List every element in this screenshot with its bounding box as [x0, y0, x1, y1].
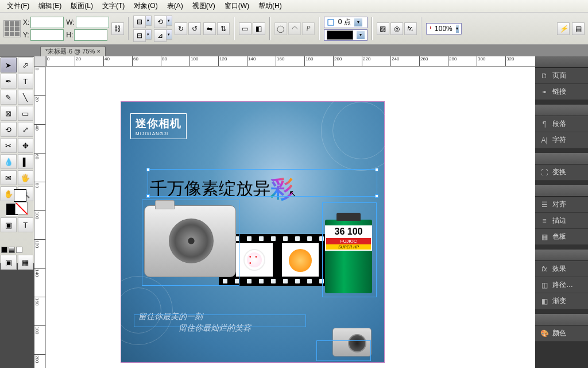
fx-icon[interactable]: fx. — [404, 22, 417, 35]
free-transform-tool[interactable]: ✥ — [18, 138, 34, 153]
gradient-icon: ◧ — [540, 297, 549, 305]
flip-v-icon[interactable]: ⇅ — [217, 22, 230, 35]
scale-y-dropdown[interactable]: ▾ — [146, 29, 152, 40]
transform-icon: ⛶ — [540, 168, 549, 177]
menu-text[interactable]: 文字(T) — [98, 0, 129, 12]
panel-links[interactable]: ⚭链接 — [535, 84, 588, 100]
direct-selection-tool[interactable]: ⬀ — [18, 57, 34, 72]
flip-h-icon[interactable]: ⇋ — [203, 22, 216, 35]
menu-layout[interactable]: 版面(L) — [66, 0, 98, 12]
menu-help[interactable]: 帮助(H) — [254, 0, 287, 12]
h-input[interactable] — [74, 29, 107, 41]
ad-artwork[interactable]: 迷你相机 MIJIXIANGJI 千万像素绽放异彩 36 100 FUJIOC … — [121, 101, 385, 363]
scissors-tool[interactable]: ✂ — [1, 138, 17, 153]
type-tool[interactable]: T — [18, 74, 34, 89]
control-bar: X: Y: W: H: ⛓ ⊟▾ ⊟▾ ⟲▾ ⊿▾ ↻ ↺ ⇋ ⇅ ▭ ◧ ◯ … — [0, 13, 588, 45]
panel-pathfinder[interactable]: ◫路径… — [535, 277, 588, 293]
note-tool[interactable]: ✉ — [1, 170, 17, 185]
scale-x-icon[interactable]: ⊟ — [133, 16, 146, 28]
document-tab-title: *未标题-6 @ 75% × — [45, 47, 100, 56]
pen-tool[interactable]: ✒ — [1, 74, 17, 89]
w-input[interactable] — [76, 17, 109, 28]
drop-shadow-icon[interactable]: ▨ — [377, 22, 389, 35]
quick-apply-icon[interactable]: ⚡ — [557, 22, 570, 35]
normal-view-icon[interactable]: ▣ — [1, 255, 17, 270]
pencil-tool[interactable]: ✎ — [1, 90, 17, 105]
panel-paragraph[interactable]: ¶段落 — [535, 116, 588, 132]
character-icon: A| — [540, 136, 549, 144]
panel-align[interactable]: ☰对齐 — [535, 197, 588, 213]
stroke-select[interactable]: 0 点▾ — [324, 17, 368, 28]
w-label: W: — [66, 18, 74, 26]
panel-color[interactable]: 🎨颜色 — [535, 325, 588, 342]
panel-swatches[interactable]: ▦色板 — [535, 229, 588, 245]
document-area: 0204060801001201401601802002202402602803… — [34, 56, 535, 368]
menu-file[interactable]: 文件(F) — [2, 0, 34, 12]
menu-edit[interactable]: 编辑(E) — [34, 0, 66, 12]
constrain-link-icon[interactable]: ⛓ — [111, 22, 124, 35]
x-input[interactable] — [30, 17, 64, 28]
panel-pages[interactable]: 🗋页面 — [535, 68, 588, 84]
rotate-cw-icon[interactable]: ↻ — [175, 22, 187, 35]
vertical-ruler[interactable]: 020406080100120140160180200 — [34, 67, 46, 368]
x-label: X: — [23, 18, 29, 26]
rotate-ccw-icon[interactable]: ↺ — [188, 22, 201, 35]
document-tab-bar: *未标题-6 @ 75% × — [0, 45, 588, 56]
panel-transform[interactable]: ⛶变换 — [535, 164, 588, 181]
format-text-icon[interactable]: T — [18, 217, 34, 232]
gradient-tool[interactable]: ▌ — [18, 154, 34, 169]
y-input[interactable] — [30, 29, 64, 41]
panel-effects[interactable]: fx效果 — [535, 261, 588, 277]
brand-en-text: MIJIXIANGJI — [136, 131, 181, 136]
fill-select[interactable]: ▾ — [324, 29, 368, 41]
links-icon: ⚭ — [540, 88, 549, 96]
path-icon: ◫ — [540, 281, 549, 289]
preview-view-icon[interactable]: ▦ — [18, 255, 34, 270]
reference-point-grid[interactable] — [3, 20, 21, 37]
ruler-origin[interactable] — [34, 56, 46, 67]
zoom-select[interactable]: 100%▾ — [426, 23, 462, 34]
rotate-dropdown[interactable]: ▾ — [167, 16, 172, 26]
menu-window[interactable]: 窗口(W) — [220, 0, 254, 12]
rectangle-frame-tool[interactable]: ⊠ — [1, 106, 17, 121]
svg-rect-1 — [430, 26, 431, 29]
measure-tool[interactable]: 🖐 — [18, 170, 34, 185]
apply-color-swatch[interactable] — [1, 247, 7, 253]
effects-icon: fx — [540, 265, 549, 273]
scale-tool[interactable]: ⤢ — [18, 122, 34, 137]
menu-view[interactable]: 视图(V) — [188, 0, 220, 12]
wrap-icon-2[interactable]: ◠ — [288, 22, 301, 35]
panel-gradient[interactable]: ◧渐变 — [535, 293, 588, 309]
apply-gradient-swatch[interactable] — [9, 247, 15, 253]
menu-object[interactable]: 对象(O) — [129, 0, 162, 12]
shear-icon[interactable]: ⊿ — [154, 29, 167, 42]
wrap-icon-3[interactable]: P — [302, 22, 315, 35]
panel-menu-icon[interactable]: ▤ — [572, 22, 585, 35]
document-tab[interactable]: *未标题-6 @ 75% × — [40, 46, 106, 56]
rotate-tool[interactable]: ⟲ — [1, 122, 17, 137]
content-select-icon[interactable]: ◧ — [253, 22, 265, 35]
selection-tool[interactable]: ➤ — [1, 57, 17, 72]
scale-y-icon[interactable]: ⊟ — [133, 29, 146, 42]
shear-dropdown[interactable]: ▾ — [167, 29, 172, 40]
paragraph-icon: ¶ — [540, 120, 549, 128]
menu-bar: 文件(F) 编辑(E) 版面(L) 文字(T) 对象(O) 表(A) 视图(V)… — [0, 0, 588, 13]
panel-stroke[interactable]: ≡描边 — [535, 213, 588, 229]
wrap-icon-1[interactable]: ◯ — [274, 22, 287, 35]
horizontal-ruler[interactable]: 0204060801001201401601802002202402602803… — [46, 56, 535, 67]
canvas[interactable]: 迷你相机 MIJIXIANGJI 千万像素绽放异彩 36 100 FUJIOC … — [46, 67, 535, 368]
panel-character[interactable]: A|字符 — [535, 132, 588, 148]
menu-table[interactable]: 表(A) — [163, 0, 188, 12]
eyedropper-tool[interactable]: 💧 — [1, 154, 17, 169]
scale-x-dropdown[interactable]: ▾ — [146, 16, 152, 26]
format-container-icon[interactable]: ▣ — [1, 217, 17, 232]
rotate-icon[interactable]: ⟲ — [154, 16, 167, 28]
rectangle-tool[interactable]: ▭ — [18, 106, 34, 121]
apply-none-swatch[interactable] — [16, 247, 22, 253]
line-tool[interactable]: ╲ — [18, 90, 34, 105]
container-select-icon[interactable]: ▭ — [239, 22, 252, 35]
feather-icon[interactable]: ◎ — [390, 22, 403, 35]
pages-icon: 🗋 — [540, 72, 549, 80]
right-panel-bar: 🗋页面 ⚭链接 ¶段落 A|字符 ⛶变换 ☰对齐 ≡描边 ▦色板 fx效果 ◫路… — [535, 56, 588, 368]
align-icon: ☰ — [540, 201, 549, 209]
